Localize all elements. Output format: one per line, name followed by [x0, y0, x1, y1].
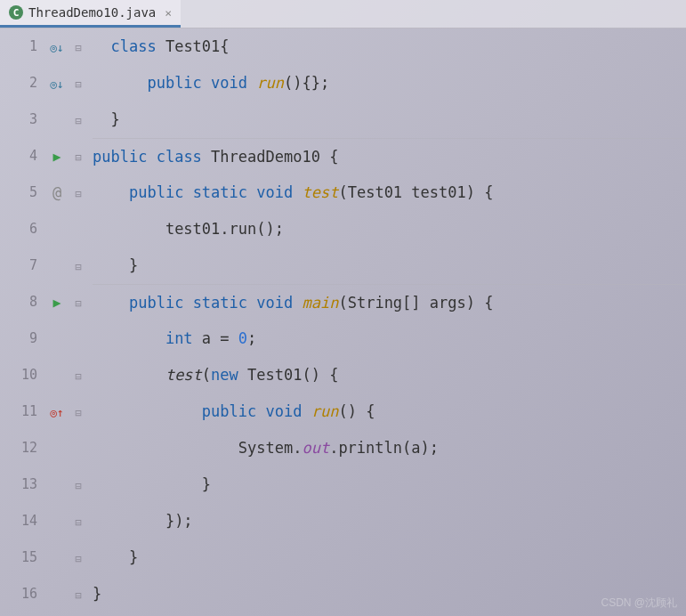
- fold-icon[interactable]: ⊟: [75, 589, 81, 602]
- fold-icon[interactable]: ⊟: [75, 42, 81, 54]
- override-up-icon[interactable]: ◎↑: [50, 406, 64, 419]
- code-line: public class ThreadDemo10 {: [93, 138, 686, 174]
- line-number: 9: [0, 320, 37, 357]
- line-number: 5: [0, 174, 37, 211]
- fold-icon[interactable]: ⊟: [75, 516, 81, 529]
- line-number: 8: [0, 284, 37, 320]
- line-number: 4: [0, 138, 37, 174]
- tab-bar: C ThreadDemo10.java ×: [0, 0, 686, 28]
- fold-column: ⊟ ⊟ ⊟ ⊟ ⊟ ⊟ ⊟ ⊟ ⊟ ⊟ ⊟ ⊟ ⊟: [71, 28, 85, 616]
- line-number: 7: [0, 247, 37, 284]
- code-text-area[interactable]: class Test01{ public void run(){}; } pub…: [85, 28, 686, 616]
- code-line: }: [93, 247, 686, 284]
- fold-icon[interactable]: ⊟: [75, 261, 81, 273]
- line-number: 11: [0, 393, 37, 430]
- file-tab[interactable]: C ThreadDemo10.java ×: [0, 0, 181, 28]
- java-class-icon: C: [9, 5, 23, 20]
- line-number-gutter: 1 2 3 4 5 6 7 8 9 10 11 12 13 14 15 16: [0, 28, 43, 616]
- line-number: 3: [0, 101, 37, 138]
- code-editor[interactable]: 1 2 3 4 5 6 7 8 9 10 11 12 13 14 15 16 ◎…: [0, 28, 686, 616]
- fold-icon[interactable]: ⊟: [75, 151, 81, 164]
- code-line: public void run(){};: [93, 65, 686, 101]
- fold-icon[interactable]: ⊟: [75, 188, 81, 200]
- fold-icon[interactable]: ⊟: [75, 370, 81, 383]
- line-number: 12: [0, 430, 37, 466]
- code-line: });: [93, 503, 686, 539]
- code-line: test01.run();: [93, 211, 686, 247]
- fold-icon[interactable]: ⊟: [75, 407, 81, 419]
- override-down-icon[interactable]: ◎↓: [50, 41, 64, 54]
- tab-filename: ThreadDemo10.java: [28, 5, 156, 20]
- line-number: 1: [0, 28, 37, 65]
- fold-icon[interactable]: ⊟: [75, 115, 81, 127]
- fold-icon[interactable]: ⊟: [75, 297, 81, 310]
- line-number: 15: [0, 539, 37, 576]
- line-number: 14: [0, 503, 37, 539]
- code-line: System.out.println(a);: [93, 430, 686, 466]
- code-line: test(new Test01() {: [93, 357, 686, 393]
- code-line: }: [93, 466, 686, 503]
- line-number: 16: [0, 576, 37, 612]
- run-icon[interactable]: ▶: [52, 295, 61, 311]
- close-icon[interactable]: ×: [165, 6, 172, 20]
- code-line: }: [93, 101, 686, 138]
- code-line: class Test01{: [93, 28, 686, 65]
- line-number: 13: [0, 466, 37, 503]
- watermark: CSDN @沈顾礼: [601, 596, 677, 611]
- override-down-icon[interactable]: ◎↓: [50, 77, 64, 91]
- line-number: 10: [0, 357, 37, 393]
- code-line: int a = 0;: [93, 320, 686, 357]
- fold-icon[interactable]: ⊟: [75, 553, 81, 565]
- line-number: 6: [0, 211, 37, 247]
- code-line: }: [93, 576, 686, 612]
- code-line: public void run() {: [93, 393, 686, 430]
- code-line: public static void test(Test01 test01) {: [93, 174, 686, 211]
- code-line: public static void main(String[] args) {: [93, 284, 686, 320]
- run-icon[interactable]: ▶: [52, 149, 61, 165]
- fold-icon[interactable]: ⊟: [75, 480, 81, 492]
- gutter-icon-column: ◎↓ ◎↓ ▶ @ ▶ ◎↑: [43, 28, 71, 616]
- code-line: }: [93, 539, 686, 576]
- line-number: 2: [0, 65, 37, 101]
- annotation-icon[interactable]: @: [52, 183, 61, 201]
- fold-icon[interactable]: ⊟: [75, 78, 81, 91]
